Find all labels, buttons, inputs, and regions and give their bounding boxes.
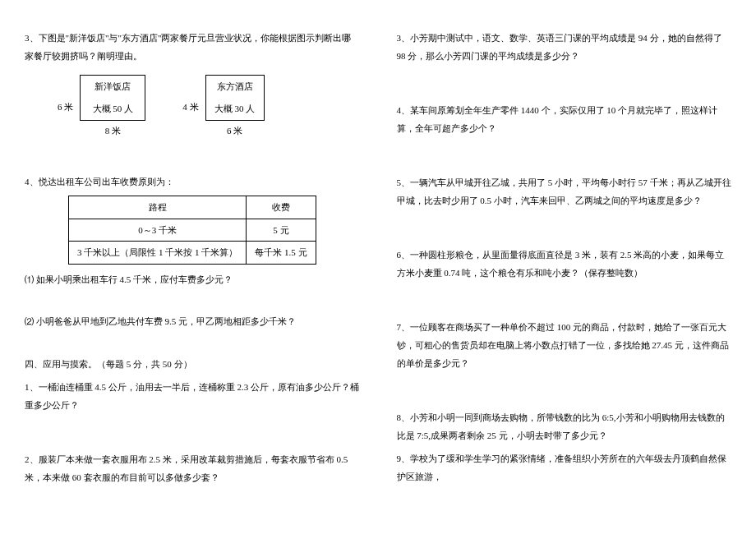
rest2-frame: 东方酒店 大概 30 人: [205, 75, 265, 121]
fare-table: 路程 收费 0～3 千米 5 元 3 千米以上（局限性 1 千米按 1 千米算）…: [68, 196, 316, 265]
rest1-height: 6 米: [58, 99, 73, 116]
section4-q1: 1、一桶油连桶重 4.5 公斤，油用去一半后，连桶称重 2.3 公斤，原有油多少…: [25, 378, 360, 414]
table-row: 路程 收费: [69, 196, 316, 219]
q4-text: 4、悦达出租车公司出车收费原则为：: [25, 173, 360, 191]
restaurant-1: 6 米 新洋饭店 大概 50 人 8 米: [58, 75, 145, 140]
table-row: 3 千米以上（局限性 1 千米按 1 千米算） 每千米 1.5 元: [69, 242, 316, 265]
rest1-name: 新洋饭店: [81, 76, 145, 98]
right-q3: 3、小芳期中测试中，语文、数学、英语三门课的平均成绩是 94 分，她的自然得了 …: [397, 29, 732, 65]
restaurant-2: 4 米 东方酒店 大概 30 人 6 米: [182, 75, 264, 140]
right-q4: 4、某车间原筹划全年生产零件 1440 个，实际仅用了 10 个月就完毕了，照这…: [397, 101, 732, 137]
left-q3: 3、下图是"新洋饭店"与"东方酒店"两家餐厅元旦营业状况，你能根据图示判断出哪家…: [25, 29, 360, 140]
right-q8: 8、小芳和小明一同到商场去购物，所带钱数的比为 6:5,小芳和小明购物用去钱数的…: [397, 408, 732, 444]
right-q9: 9、学校为了缓和学生学习的紧张情绪，准备组织小芳所在的六年级去丹顶鹤自然保护区旅…: [397, 449, 732, 486]
left-column: 3、下图是"新洋饭店"与"东方酒店"两家餐厅元旦营业状况，你能根据图示判断出哪家…: [25, 29, 360, 486]
rest1-cap: 大概 50 人: [81, 98, 145, 120]
fare-header-cost: 收费: [247, 196, 316, 219]
rest1-width: 8 米: [80, 122, 145, 140]
right-q5: 5、一辆汽车从甲城开往乙城，共用了 5 小时，平均每小时行 57 千米；再从乙城…: [397, 173, 732, 209]
section-4: 四、应用与摸索。（每题 5 分，共 50 分） 1、一桶油连桶重 4.5 公斤，…: [25, 355, 360, 486]
rest2-width: 6 米: [205, 122, 265, 140]
rest2-name: 东方酒店: [206, 76, 264, 98]
section4-q2: 2、服装厂本来做一套衣服用布 2.5 米，采用改革裁剪措施后，每套衣服节省布 0…: [25, 450, 360, 486]
fare-header-route: 路程: [69, 196, 247, 219]
section4-title: 四、应用与摸索。（每题 5 分，共 50 分）: [25, 355, 360, 373]
fare-r2c2: 每千米 1.5 元: [247, 242, 316, 265]
fare-r2c1: 3 千米以上（局限性 1 千米按 1 千米算）: [69, 242, 247, 265]
left-q4: 4、悦达出租车公司出车收费原则为： 路程 收费 0～3 千米 5 元 3 千米以…: [25, 173, 360, 330]
document-page: 3、下图是"新洋饭店"与"东方酒店"两家餐厅元旦营业状况，你能根据图示判断出哪家…: [0, 0, 756, 515]
q4-sub1: ⑴ 如果小明乘出租车行 4.5 千米，应付车费多少元？: [25, 271, 360, 288]
restaurant-diagram: 6 米 新洋饭店 大概 50 人 8 米 4 米 东方酒店 大概: [58, 75, 360, 140]
fare-r1c1: 0～3 千米: [69, 219, 247, 242]
rest1-frame: 新洋饭店 大概 50 人: [80, 75, 145, 121]
right-column: 3、小芳期中测试中，语文、数学、英语三门课的平均成绩是 94 分，她的自然得了 …: [397, 29, 732, 486]
rest2-height: 4 米: [182, 99, 198, 116]
q4-sub2: ⑵ 小明爸爸从甲地到乙地共付车费 9.5 元，甲乙两地相距多少千米？: [25, 313, 360, 330]
q3-text: 3、下图是"新洋饭店"与"东方酒店"两家餐厅元旦营业状况，你能根据图示判断出哪家…: [25, 29, 360, 65]
right-q6: 6、一种圆柱形粮仓，从里面量得底面直径是 3 米，装有 2.5 米高的小麦，如果…: [397, 246, 732, 282]
rest2-cap: 大概 30 人: [206, 98, 264, 120]
table-row: 0～3 千米 5 元: [69, 219, 316, 242]
right-q7: 7、一位顾客在商场买了一种单价不超过 100 元的商品，付款时，她给了一张百元大…: [397, 318, 732, 372]
fare-r1c2: 5 元: [247, 219, 316, 242]
